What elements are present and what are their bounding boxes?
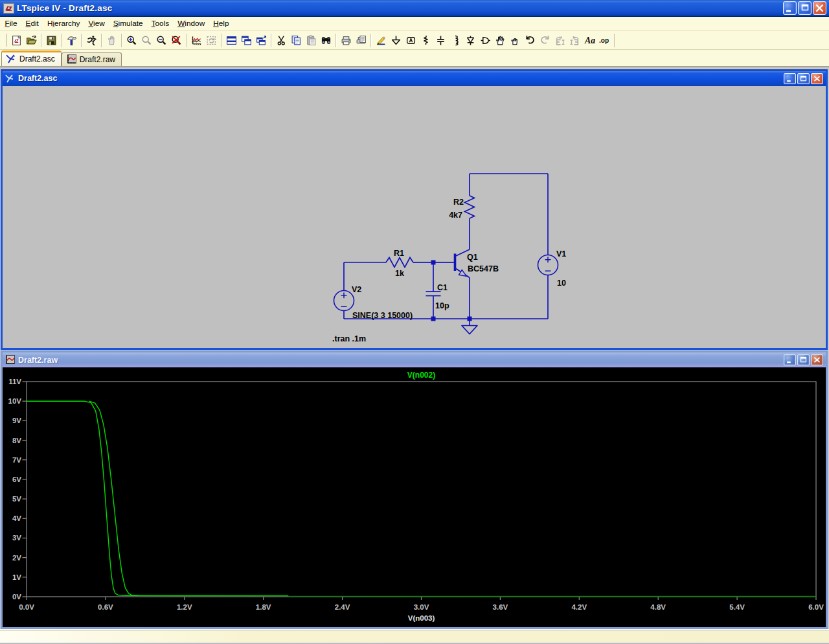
y-tick-label[interactable]: 0V [12,593,21,601]
toolbar-move-icon[interactable] [493,32,508,48]
y-tick-label[interactable]: 4V [12,514,21,522]
toolbar-save-icon[interactable] [44,32,59,48]
x-tick-label[interactable]: 0.0V [19,603,34,611]
tab-draft2-asc[interactable]: Draft2.asc [1,51,62,66]
x-tick-label[interactable]: 3.6V [493,603,508,611]
toolbar-new-schematic-icon[interactable] [9,32,24,48]
tab-draft2-raw[interactable]: Draft2.raw [62,52,122,66]
toolbar-print-icon[interactable] [339,32,354,48]
x-tick-label[interactable]: 6.0V [808,603,824,611]
toolbar-cascade-windows-icon[interactable] [254,32,269,48]
toolbar-drag-icon[interactable] [508,32,523,48]
toolbar-place-text-icon[interactable]: Aa [582,32,597,48]
menu-simulate[interactable]: Simulate [109,17,147,30]
schematic-doc-icon [6,54,16,64]
restore-button[interactable] [798,1,812,15]
menu-help[interactable]: Help [209,17,233,30]
toolbar-tile-vertically-icon[interactable] [239,32,254,48]
trace-v-n002-second-transition[interactable] [89,401,139,595]
x-axis-label[interactable]: V(n003) [408,614,435,622]
schematic-close-button[interactable] [811,73,823,84]
schematic-maximize-button[interactable] [797,73,810,84]
close-button[interactable] [813,1,826,15]
toolbar-separator [121,34,122,47]
toolbar-find-icon[interactable] [319,32,334,48]
toolbar-draw-wire-icon[interactable] [374,32,389,48]
x-tick-label[interactable]: 5.4V [729,603,745,611]
toolbar-cut-icon[interactable] [274,32,289,48]
toolbar-place-ground-icon[interactable] [389,32,403,48]
y-tick-label[interactable]: 5V [12,495,21,503]
label-v1-value[interactable]: 10 [557,279,566,288]
toolbar-paste-icon [304,32,319,48]
toolbar-tile-horizontally-icon[interactable] [224,32,239,48]
menu-edit[interactable]: Edit [21,17,43,30]
toolbar-place-capacitor-icon[interactable] [433,32,448,48]
schematic-canvas[interactable]: R11kR24k7Q1BC547BC110pV110V2SINE(3 3 150… [3,86,826,347]
toolbar-autorange-y-axis-icon[interactable] [189,32,204,48]
toolbar-label-net-icon[interactable] [403,32,418,48]
x-tick-label[interactable]: 2.4V [335,603,350,611]
y-tick-label[interactable]: 7V [12,456,21,464]
y-tick-label[interactable]: 2V [12,554,21,562]
waveform-window-title-bar[interactable]: Draft2.raw [3,352,826,367]
label-q1-name[interactable]: Q1 [467,253,478,262]
toolbar-control-panel-icon[interactable] [64,32,79,48]
toolbar-place-resistor-icon[interactable] [418,32,433,48]
waveform-maximize-button[interactable] [797,354,810,365]
plot-title[interactable]: V(n002) [407,371,435,380]
label-v2-value[interactable]: SINE(3 3 15000) [352,311,413,320]
toolbar-place-inductor-icon[interactable] [448,32,463,48]
toolbar-place-component-icon[interactable] [478,32,493,48]
y-tick-label[interactable]: 10V [8,397,22,405]
resistor-r1-body[interactable] [386,258,413,268]
x-tick-label[interactable]: 0.6V [98,603,113,611]
label-r1-value[interactable]: 1k [395,269,404,278]
label-c1-value[interactable]: 10p [435,301,449,310]
toolbar-spice-directive-icon[interactable]: .op [597,32,612,48]
y-tick-label[interactable]: 8V [12,437,21,444]
label-r2-name[interactable]: R2 [453,198,464,207]
label-q1-value[interactable]: BC547B [468,264,499,273]
label-c1-name[interactable]: C1 [437,283,448,292]
menu-view[interactable]: View [84,17,109,30]
x-tick-label[interactable]: 1.8V [256,603,271,611]
toolbar-run-icon[interactable] [84,32,99,48]
toolbar-zoom-full-extents-icon[interactable] [169,32,184,48]
main-title-bar[interactable]: LTspice IV - Draft2.asc [0,0,829,17]
y-tick-label[interactable]: 1V [12,573,21,581]
label-spice-directive[interactable]: .tran .1m [332,334,366,343]
menu-tools[interactable]: Tools [147,17,174,30]
x-tick-label[interactable]: 3.0V [414,603,429,611]
schematic-window-title-bar[interactable]: Draft2.asc [3,71,826,86]
resistor-r2-body[interactable] [465,196,475,218]
ground-symbol[interactable] [462,326,477,334]
toolbar-zoom-out-icon[interactable] [154,32,169,48]
x-tick-label[interactable]: 1.2V [177,603,192,611]
menu-window[interactable]: Window [174,17,209,30]
menu-hierarchy[interactable]: Hierarchy [43,17,84,30]
label-v1-name[interactable]: V1 [556,249,566,259]
label-r2-value[interactable]: 4k7 [449,211,462,220]
menu-file[interactable]: File [1,17,21,30]
waveform-minimize-button[interactable] [784,354,796,365]
y-tick-label[interactable]: 3V [12,534,21,542]
toolbar-print-preview-icon[interactable] [354,32,369,48]
label-v2-name[interactable]: V2 [352,285,361,294]
toolbar-copy-icon[interactable] [289,32,304,48]
x-tick-label[interactable]: 4.2V [571,603,587,611]
toolbar-place-diode-icon[interactable] [463,32,478,48]
toolbar-undo-icon[interactable] [523,32,538,48]
y-tick-label[interactable]: 6V [12,476,21,483]
waveform-plot[interactable]: 0V1V2V3V4V5V6V7V8V9V10V11V0.0V0.6V1.2V1.… [3,367,826,627]
toolbar-open-icon[interactable] [24,32,39,48]
x-tick-label[interactable]: 4.8V [650,603,666,611]
y-tick-label[interactable]: 9V [12,417,21,424]
waveform-close-button[interactable] [811,354,823,365]
minimize-button[interactable] [783,1,797,15]
y-tick-label[interactable]: 11V [8,378,21,385]
label-r1-name[interactable]: R1 [394,249,404,258]
toolbar-zoom-in-icon[interactable] [124,32,139,48]
schematic-minimize-button[interactable] [784,73,796,84]
trace-v-n002-first-transition[interactable] [27,401,124,595]
